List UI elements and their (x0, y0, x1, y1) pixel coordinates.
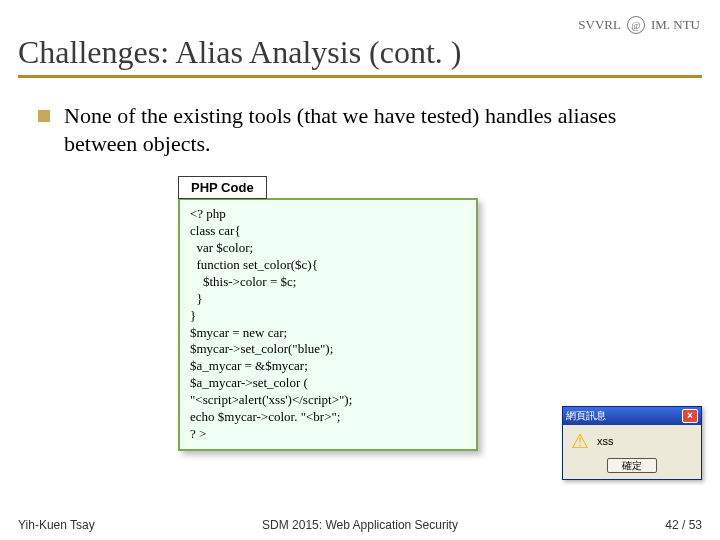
code-line: var $color; (190, 240, 466, 257)
code-tab-label: PHP Code (178, 176, 267, 199)
slide-body: None of the existing tools (that we have… (18, 102, 702, 451)
slide-title: Challenges: Alias Analysis (cont. ) (18, 34, 702, 71)
slide: SVVRL @ IM. NTU Challenges: Alias Analys… (0, 0, 720, 540)
warning-icon: ⚠ (571, 431, 589, 451)
header-right-abbr: IM. NTU (651, 17, 700, 33)
php-code-box: <? php class car{ var $color; function s… (178, 198, 478, 450)
code-line: } (190, 291, 466, 308)
code-line: function set_color($c){ (190, 257, 466, 274)
bullet-text: None of the existing tools (that we have… (64, 102, 658, 158)
code-line: $mycar = new car; (190, 325, 466, 342)
code-line: } (190, 308, 466, 325)
alert-footer: 確定 (563, 457, 701, 479)
slide-footer: Yih-Kuen Tsay SDM 2015: Web Application … (18, 518, 702, 532)
code-line: class car{ (190, 223, 466, 240)
slide-header: SVVRL @ IM. NTU (578, 16, 700, 34)
alert-titlebar: 網頁訊息 × (563, 407, 701, 425)
alert-title: 網頁訊息 (566, 409, 606, 423)
code-line: ? > (190, 426, 466, 443)
bullet-item: None of the existing tools (that we have… (38, 102, 658, 158)
code-line: echo $mycar->color. "<br>"; (190, 409, 466, 426)
code-line: "<script>alert('xss')</script>"); (190, 392, 466, 409)
code-line: $mycar->set_color("blue"); (190, 341, 466, 358)
close-icon[interactable]: × (682, 409, 698, 423)
code-block: PHP Code <? php class car{ var $color; f… (178, 176, 478, 450)
ntu-logo-icon: @ (627, 16, 645, 34)
bullet-marker-icon (38, 110, 50, 122)
code-line: <? php (190, 206, 466, 223)
code-line: $this->color = $c; (190, 274, 466, 291)
alert-body: ⚠ xss (563, 425, 701, 457)
alert-ok-button[interactable]: 確定 (607, 458, 657, 473)
browser-alert-dialog: 網頁訊息 × ⚠ xss 確定 (562, 406, 702, 480)
header-left-abbr: SVVRL (578, 17, 621, 33)
code-line: $a_mycar->set_color ( (190, 375, 466, 392)
code-line: $a_mycar = &$mycar; (190, 358, 466, 375)
title-underline (18, 75, 702, 78)
alert-message: xss (597, 435, 614, 447)
footer-venue: SDM 2015: Web Application Security (18, 518, 702, 532)
